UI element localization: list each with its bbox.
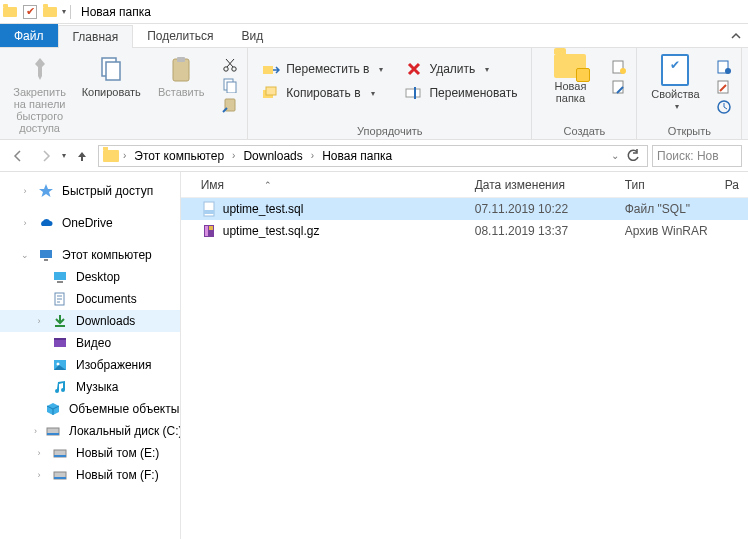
properties-label: Свойства: [651, 88, 699, 100]
properties-button[interactable]: Свойства ▾: [645, 52, 705, 113]
qat-dropdown-icon[interactable]: ▾: [62, 7, 66, 16]
rename-button[interactable]: Переименовать: [399, 82, 523, 104]
navigation-pane[interactable]: › Быстрый доступ › OneDrive ⌄ Этот компь…: [0, 172, 181, 539]
address-row: ▾ › Этот компьютер › Downloads › Новая п…: [0, 140, 748, 172]
nav-up-button[interactable]: [70, 144, 94, 168]
svg-point-15: [620, 68, 626, 74]
move-to-button[interactable]: Переместить в▾: [256, 58, 389, 80]
column-type[interactable]: Тип: [617, 178, 717, 192]
sidebar-item-label: Новый том (E:): [76, 446, 159, 460]
refresh-button[interactable]: [623, 149, 643, 163]
expand-icon[interactable]: ›: [34, 316, 44, 326]
sidebar-item-label: Локальный диск (C:): [69, 424, 181, 438]
nav-back-button[interactable]: [6, 144, 30, 168]
sidebar-this-pc[interactable]: ⌄ Этот компьютер: [0, 244, 180, 266]
documents-icon: [52, 291, 68, 307]
column-name-label: Имя: [201, 178, 224, 192]
tab-file[interactable]: Файл: [0, 24, 58, 47]
group-clipboard: Закрепить на панели быстрого доступа Коп…: [0, 48, 248, 139]
cube-icon: [45, 401, 61, 417]
window-title: Новая папка: [81, 5, 151, 19]
sidebar-onedrive[interactable]: › OneDrive: [0, 212, 180, 234]
address-bar[interactable]: › Этот компьютер › Downloads › Новая пап…: [98, 145, 648, 167]
sidebar-disk-f[interactable]: › Новый том (F:): [0, 464, 180, 486]
history-icon[interactable]: [715, 98, 733, 116]
disk-icon: [52, 467, 68, 483]
open-icon[interactable]: [715, 58, 733, 76]
sidebar-disk-e[interactable]: › Новый том (E:): [0, 442, 180, 464]
sidebar-music[interactable]: › Музыка: [0, 376, 180, 398]
expand-icon[interactable]: ›: [20, 218, 30, 228]
sidebar-pictures[interactable]: › Изображения: [0, 354, 180, 376]
music-icon: [52, 379, 68, 395]
svg-rect-46: [54, 455, 66, 457]
sidebar-3d-objects[interactable]: › Объемные объекты: [0, 398, 180, 420]
file-date: 08.11.2019 13:37: [467, 224, 617, 238]
archive-file-icon: [201, 223, 217, 239]
copy-to-label: Копировать в: [286, 86, 360, 100]
qat-folder-icon[interactable]: [42, 4, 58, 20]
breadcrumb-downloads[interactable]: Downloads: [239, 149, 306, 163]
easy-access-icon[interactable]: [610, 78, 628, 96]
new-folder-label: Новая папка: [542, 80, 598, 104]
edit-icon[interactable]: [715, 78, 733, 96]
copy-path-icon[interactable]: [221, 76, 239, 94]
search-input[interactable]: Поиск: Нов: [652, 145, 742, 167]
sidebar-item-label: Downloads: [76, 314, 135, 328]
address-folder-icon: [103, 150, 119, 162]
chevron-right-icon[interactable]: ›: [230, 150, 237, 161]
file-name: uptime_test.sql: [223, 202, 304, 216]
chevron-right-icon[interactable]: ›: [121, 150, 128, 161]
copy-button[interactable]: Копировать: [81, 52, 141, 100]
address-dropdown-icon[interactable]: ⌄: [609, 150, 621, 161]
titlebar-separator: [70, 5, 71, 19]
sidebar-item-label: Видео: [76, 336, 111, 350]
tab-share[interactable]: Поделиться: [133, 24, 227, 47]
sidebar-item-label: Новый том (F:): [76, 468, 159, 482]
column-name[interactable]: Имя ⌃: [193, 178, 467, 192]
sidebar-item-label: Изображения: [76, 358, 151, 372]
expand-icon[interactable]: ›: [34, 448, 44, 458]
pictures-icon: [52, 357, 68, 373]
column-date[interactable]: Дата изменения: [467, 178, 617, 192]
sidebar-desktop[interactable]: › Desktop: [0, 266, 180, 288]
breadcrumb-pc[interactable]: Этот компьютер: [130, 149, 228, 163]
expand-icon[interactable]: ›: [34, 470, 44, 480]
svg-rect-44: [47, 433, 59, 435]
svg-rect-3: [177, 57, 185, 62]
expand-icon[interactable]: ›: [34, 426, 37, 436]
expand-icon[interactable]: ›: [20, 186, 30, 196]
qat-properties-icon[interactable]: ✔: [22, 4, 38, 20]
sidebar-downloads[interactable]: › Downloads: [0, 310, 180, 332]
sidebar-documents[interactable]: › Documents: [0, 288, 180, 310]
new-item-icon[interactable]: [610, 58, 628, 76]
column-size[interactable]: Ра: [717, 178, 748, 192]
cloud-icon: [38, 215, 54, 231]
svg-rect-7: [227, 82, 236, 93]
chevron-right-icon[interactable]: ›: [309, 150, 316, 161]
svg-rect-53: [209, 226, 213, 230]
tab-main[interactable]: Главная: [58, 25, 134, 48]
copy-to-button[interactable]: Копировать в▾: [256, 82, 389, 104]
collapse-icon[interactable]: ⌄: [20, 250, 30, 260]
svg-rect-33: [40, 250, 52, 258]
sidebar-disk-c[interactable]: › Локальный диск (C:): [0, 420, 180, 442]
new-folder-button[interactable]: Новая папка: [540, 52, 600, 106]
file-row[interactable]: uptime_test.sql.gz 08.11.2019 13:37 Архи…: [181, 220, 748, 242]
delete-button[interactable]: Удалить▾: [399, 58, 523, 80]
nav-history-dropdown[interactable]: ▾: [62, 151, 66, 160]
sidebar-item-label: Этот компьютер: [62, 248, 152, 262]
file-row[interactable]: uptime_test.sql 07.11.2019 10:22 Файл "S…: [181, 198, 748, 220]
nav-forward-button[interactable]: [34, 144, 58, 168]
pin-to-quick-access-button[interactable]: Закрепить на панели быстрого доступа: [8, 52, 71, 136]
star-icon: [38, 183, 54, 199]
paste-shortcut-icon[interactable]: [221, 96, 239, 114]
sidebar-video[interactable]: › Видео: [0, 332, 180, 354]
sidebar-quick-access[interactable]: › Быстрый доступ: [0, 180, 180, 202]
paste-button[interactable]: Вставить: [151, 52, 211, 100]
file-date: 07.11.2019 10:22: [467, 202, 617, 216]
cut-icon[interactable]: [221, 56, 239, 74]
ribbon-collapse-button[interactable]: [724, 24, 748, 47]
breadcrumb-current[interactable]: Новая папка: [318, 149, 396, 163]
tab-view[interactable]: Вид: [227, 24, 277, 47]
